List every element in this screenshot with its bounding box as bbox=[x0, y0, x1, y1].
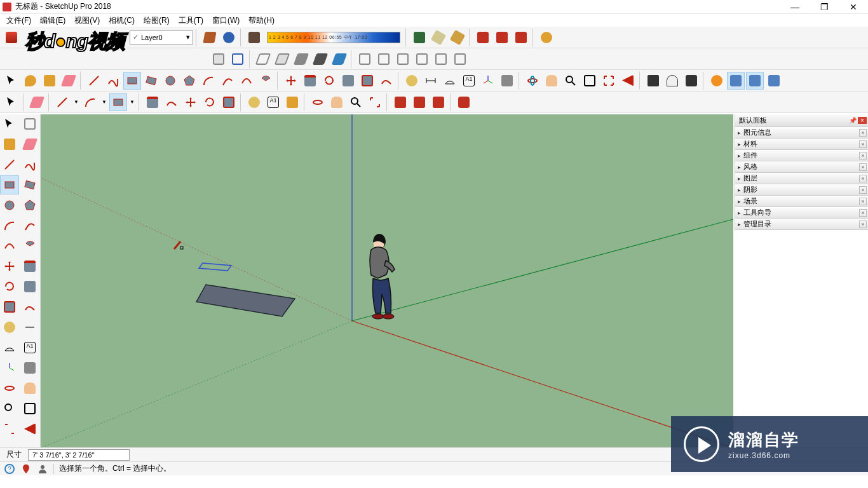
view-top-icon[interactable] bbox=[394, 50, 412, 68]
vt-pan[interactable] bbox=[20, 379, 39, 398]
close-icon[interactable]: × bbox=[859, 163, 867, 171]
vt-arc3[interactable] bbox=[0, 236, 19, 255]
style5-button[interactable] bbox=[330, 50, 348, 68]
panel-materials[interactable]: 材料× bbox=[735, 139, 868, 150]
select2-tool[interactable] bbox=[3, 93, 20, 111]
tag-button[interactable] bbox=[430, 29, 447, 46]
zoom2-tool[interactable] bbox=[347, 93, 365, 111]
tray-close-icon[interactable]: × bbox=[858, 117, 867, 124]
viewport-3d[interactable] bbox=[41, 114, 733, 448]
tray-title[interactable]: 默认面板 📌 × bbox=[735, 114, 868, 127]
tape2-tool[interactable] bbox=[245, 93, 263, 111]
menu-tools[interactable]: 工具(T) bbox=[175, 14, 207, 27]
vt-rotrect[interactable] bbox=[20, 175, 39, 194]
pan2-tool[interactable] bbox=[328, 93, 346, 111]
tape-tool[interactable] bbox=[403, 72, 421, 90]
help-icon[interactable]: ? bbox=[4, 463, 15, 475]
person-icon[interactable] bbox=[37, 463, 48, 475]
close-icon[interactable]: × bbox=[859, 152, 867, 159]
vt-offset[interactable] bbox=[20, 297, 39, 316]
arc-tool[interactable] bbox=[200, 72, 217, 90]
style1-button[interactable] bbox=[254, 50, 272, 68]
line2-tool[interactable] bbox=[53, 93, 71, 111]
orbit2-tool[interactable] bbox=[309, 93, 327, 111]
style4-button[interactable] bbox=[311, 50, 329, 68]
panel-outliner[interactable]: 管理目录× bbox=[735, 219, 868, 230]
view-iso-icon[interactable] bbox=[356, 50, 374, 68]
dimension-tool[interactable] bbox=[422, 72, 440, 90]
ext-button-3[interactable] bbox=[512, 29, 530, 46]
text2-tool[interactable]: A1 bbox=[264, 93, 282, 111]
freehand-tool[interactable] bbox=[104, 72, 122, 90]
minimize-button[interactable]: — bbox=[780, 0, 810, 14]
eraser-tool[interactable] bbox=[60, 72, 78, 90]
close-icon[interactable]: × bbox=[859, 220, 867, 228]
vt-zoom[interactable] bbox=[0, 399, 19, 418]
arc3-tool[interactable] bbox=[238, 72, 255, 90]
view-back-icon[interactable] bbox=[432, 50, 450, 68]
material-tool[interactable] bbox=[41, 72, 58, 90]
vt-orbit[interactable] bbox=[0, 379, 19, 398]
menu-edit[interactable]: 编辑(E) bbox=[36, 14, 69, 27]
geo-icon[interactable] bbox=[20, 463, 32, 475]
lookaround-tool[interactable] bbox=[663, 72, 681, 90]
vt-rotate[interactable] bbox=[0, 277, 19, 296]
vt-tape[interactable] bbox=[0, 318, 19, 337]
orbit-tool[interactable] bbox=[524, 72, 541, 90]
maximize-button[interactable]: ❐ bbox=[810, 0, 839, 14]
wh1-tool[interactable] bbox=[391, 93, 409, 111]
circle-tool[interactable] bbox=[161, 72, 179, 90]
display-fill-tool[interactable] bbox=[765, 72, 783, 90]
vt-select[interactable] bbox=[0, 114, 19, 133]
close-icon[interactable]: × bbox=[859, 129, 867, 137]
scale-tool[interactable] bbox=[358, 72, 376, 90]
vt-scale[interactable] bbox=[0, 297, 19, 316]
zoom-extents-tool[interactable] bbox=[600, 72, 618, 90]
rotated-rect-tool[interactable] bbox=[142, 72, 160, 90]
vt-arc2[interactable] bbox=[20, 216, 39, 235]
style2-button[interactable] bbox=[273, 50, 291, 68]
pushpull2-tool[interactable] bbox=[144, 93, 161, 111]
wh4-tool[interactable] bbox=[455, 93, 473, 111]
axes-tool[interactable] bbox=[479, 72, 497, 90]
view-front-icon[interactable] bbox=[375, 50, 393, 68]
warehouse-button[interactable] bbox=[201, 29, 219, 46]
panel-styles[interactable]: 风格× bbox=[735, 161, 868, 173]
panel-shadows[interactable]: 阴影× bbox=[735, 184, 868, 196]
protractor-tool[interactable] bbox=[441, 72, 459, 90]
panel-scenes[interactable]: 场景× bbox=[735, 196, 868, 207]
prev-view-tool[interactable] bbox=[619, 72, 637, 90]
iso-view-button[interactable] bbox=[210, 50, 227, 68]
vt-freehand[interactable] bbox=[20, 155, 39, 174]
caret1[interactable]: ▼ bbox=[72, 93, 80, 111]
vt-text[interactable]: A1 bbox=[20, 338, 39, 357]
vt-move[interactable] bbox=[0, 257, 19, 276]
panel-layers[interactable]: 图层× bbox=[735, 173, 868, 184]
measurements-value[interactable]: 7' 3 7/16", 3' 2 7/16" bbox=[28, 449, 130, 461]
eraser2-tool[interactable] bbox=[28, 93, 46, 111]
vt-paint[interactable] bbox=[0, 135, 19, 154]
caret3[interactable]: ▼ bbox=[128, 93, 136, 111]
vt-eraser[interactable] bbox=[20, 135, 39, 154]
scale2-tool[interactable] bbox=[220, 93, 238, 111]
line-tool[interactable] bbox=[85, 72, 103, 90]
caret2[interactable]: ▼ bbox=[100, 93, 108, 111]
move2-tool[interactable] bbox=[182, 93, 200, 111]
lasso-tool[interactable] bbox=[22, 72, 39, 90]
pin-icon[interactable]: 📌 bbox=[849, 117, 857, 124]
walk-tool[interactable] bbox=[682, 72, 700, 90]
layer-combo[interactable]: ✓ Layer0 ▾ bbox=[130, 30, 193, 44]
ext-button-1[interactable] bbox=[474, 29, 492, 46]
vt-arc[interactable] bbox=[0, 216, 19, 235]
close-icon[interactable]: × bbox=[859, 198, 867, 205]
wh2-tool[interactable] bbox=[410, 93, 428, 111]
display-section-tool[interactable] bbox=[727, 72, 745, 90]
view-left-icon[interactable] bbox=[451, 50, 469, 68]
rotate-tool[interactable] bbox=[320, 72, 338, 90]
paint2-tool[interactable] bbox=[283, 93, 301, 111]
display-cut-tool[interactable] bbox=[746, 72, 764, 90]
shadow-time-bar[interactable]: 1 2 3 4 5 6 7 8 9 10 11 12 06:55 中午 17:0… bbox=[267, 32, 400, 43]
ext-button-2[interactable] bbox=[493, 29, 511, 46]
vt-followme[interactable] bbox=[20, 277, 39, 296]
zoom-tool[interactable] bbox=[562, 72, 580, 90]
